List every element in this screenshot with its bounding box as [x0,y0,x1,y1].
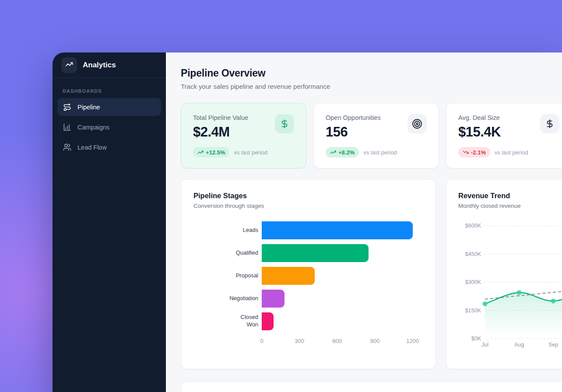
x-axis-tick: Aug [514,342,524,348]
trending-up-icon [330,149,336,155]
stat-change: +12.5% [206,149,225,156]
stat-change: +8.2% [338,149,355,156]
page-subtitle: Track your sales pipeline and revenue pe… [181,83,562,90]
stat-change-badge: +8.2% [326,147,359,158]
app-name: Analytics [83,61,116,70]
bar[interactable] [262,312,274,330]
stat-compare-text: vs last period [363,149,397,156]
route-icon [63,103,71,111]
chart-subtitle: Conversion through stages [193,203,423,209]
users-icon [63,143,71,151]
bar-category-label: Qualified [193,249,258,257]
sidebar-item-label: Lead Flow [77,144,107,151]
revenue-area [485,290,562,339]
trending-up-icon [65,60,73,70]
bar-category-label: Leads [193,227,258,234]
x-axis-tick: 300 [295,338,304,344]
revenue-trend-chart: $0K$150K$300K$450K$600KJulAugSepOct [458,215,562,354]
bar[interactable] [262,267,315,285]
bar-row: Leads [193,219,423,242]
dollar-icon [275,114,294,133]
bottom-card [181,382,562,392]
stat-compare-text: vs last period [234,149,267,156]
sidebar-header: Analytics [53,52,166,78]
bar[interactable] [262,221,413,239]
revenue-trend-plot: $0K$150K$300K$450K$600KJulAugSepOct [458,215,562,352]
stats-row: Total Pipeline Value $2.4M +12.5% vs las… [181,103,562,168]
pipeline-stages-chart: LeadsQualifiedProposalNegotiationClosed … [193,219,423,346]
x-axis-tick: Sep [548,342,558,348]
stat-card[interactable]: Avg. Deal Size $15.4K -2.1% vs last peri… [446,103,562,168]
stat-compare-text: vs last period [495,149,528,156]
trending-up-icon [197,149,204,155]
bar-category-label: Closed Won [193,314,258,329]
pipeline-stages-axis: 03006009001200 [262,335,423,346]
sidebar-item-pipeline[interactable]: Pipeline [57,98,161,116]
sidebar-item-campaigns[interactable]: Campaigns [57,118,161,136]
bar-category-label: Proposal [193,272,258,280]
dollar-icon [540,114,559,133]
x-axis-tick: 0 [260,338,263,344]
sidebar-item-label: Campaigns [77,124,109,131]
data-point[interactable] [483,301,488,306]
y-axis-tick: $450K [465,251,481,257]
pipeline-stages-card: Pipeline Stages Conversion through stage… [181,179,436,369]
sidebar-item-label: Pipeline [77,104,100,111]
bar-row: Proposal [193,264,423,287]
pipeline-stages-plot: LeadsQualifiedProposalNegotiationClosed … [193,219,423,332]
data-point[interactable] [551,299,556,304]
bar-category-label: Negotiation [193,295,258,302]
trending-down-icon [463,149,469,155]
chart-title: Pipeline Stages [193,192,423,200]
y-axis-tick: $300K [465,279,481,285]
bar-row: Negotiation [193,287,423,310]
main-content: Pipeline Overview Track your sales pipel… [166,52,562,392]
y-axis-tick: $0K [471,336,481,342]
data-point[interactable] [517,290,522,295]
y-axis-tick: $600K [465,223,481,229]
x-axis-tick: 600 [333,338,342,344]
bar[interactable] [262,290,285,308]
bar-row: Qualified [193,242,423,264]
stat-change: -2.1% [471,149,486,156]
bar-chart-icon [63,123,71,131]
page-title: Pipeline Overview [181,67,562,79]
chart-subtitle: Monthly closed revenue [458,203,562,209]
target-icon [407,114,427,133]
sidebar: Analytics DASHBOARDS Pipeline Campaigns … [53,52,166,392]
chart-title: Revenue Trend [458,192,562,200]
x-axis-tick: Jul [481,342,488,348]
x-axis-tick: 900 [370,338,380,344]
x-axis-tick: 1200 [406,338,419,344]
bar[interactable] [262,244,369,262]
charts-row: Pipeline Stages Conversion through stage… [181,179,562,369]
revenue-trend-card: Revenue Trend Monthly closed revenue $0K… [446,179,562,369]
bar-row: Closed Won [193,310,423,332]
sidebar-item-lead-flow[interactable]: Lead Flow [57,138,161,156]
sidebar-section-label: DASHBOARDS [53,88,166,94]
stat-card[interactable]: Total Pipeline Value $2.4M +12.5% vs las… [181,103,306,168]
app-window: Analytics DASHBOARDS Pipeline Campaigns … [53,52,562,392]
stat-change-badge: +12.5% [193,147,229,158]
stat-change-badge: -2.1% [458,147,490,158]
stat-card[interactable]: Open Opportunities 156 +8.2% vs last per… [313,103,439,168]
app-logo [61,57,77,73]
y-axis-tick: $150K [465,308,481,314]
